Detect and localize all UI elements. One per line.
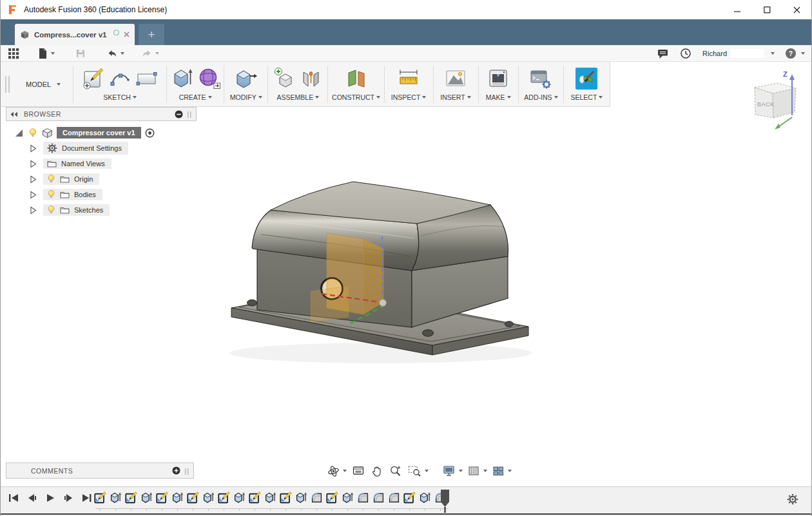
add-comment-icon[interactable] — [172, 466, 180, 475]
collapsed-triangle-icon[interactable] — [29, 175, 37, 184]
timeline-feature-sketch[interactable] — [280, 490, 295, 504]
extrude-icon[interactable] — [170, 66, 195, 91]
timeline-feature-fillet[interactable] — [372, 490, 388, 504]
browser-item-bodies[interactable]: Bodies — [6, 187, 197, 202]
ribbon-group-label[interactable]: ASSEMBLE — [277, 93, 320, 101]
step-back-button[interactable] — [26, 493, 38, 502]
insert-canvas-icon[interactable] — [443, 66, 468, 91]
file-menu-button[interactable] — [37, 48, 55, 59]
timeline-feature-extrude[interactable] — [419, 490, 434, 504]
timeline-settings-gear-icon[interactable] — [787, 493, 798, 505]
browser-root-row[interactable]: Compressor cover v1 — [6, 125, 197, 140]
joint-icon[interactable] — [300, 67, 323, 90]
timeline-feature-extrude[interactable] — [295, 490, 311, 504]
panel-grip-handle[interactable]: || — [184, 467, 189, 475]
ribbon-group-label[interactable]: MAKE — [486, 93, 511, 101]
expanded-triangle-icon[interactable] — [15, 129, 23, 137]
activate-component-icon[interactable] — [145, 128, 155, 138]
new-component-icon[interactable] — [273, 67, 296, 90]
timeline-feature-sketch[interactable] — [218, 490, 233, 504]
ribbon-group-label[interactable]: ADD-INS — [524, 93, 557, 101]
save-button[interactable] — [75, 48, 86, 59]
timeline-feature-extrude[interactable] — [140, 490, 156, 504]
browser-item-sketches[interactable]: Sketches — [6, 202, 197, 218]
user-account-menu[interactable]: Richard — [702, 49, 775, 58]
display-settings-button[interactable] — [440, 463, 465, 479]
zoom-button[interactable] — [387, 463, 405, 479]
ribbon-group-label[interactable]: INSERT — [440, 93, 470, 101]
help-menu[interactable]: ? — [786, 48, 805, 59]
step-forward-button[interactable] — [63, 493, 74, 502]
toolbar-grip-handle[interactable] — [5, 76, 10, 106]
timeline-feature-fillet[interactable] — [388, 490, 403, 504]
timeline-feature-extrude[interactable] — [264, 490, 280, 504]
visibility-bulb-icon[interactable] — [28, 128, 37, 138]
redo-button[interactable] — [141, 48, 159, 59]
model-compressor-cover[interactable] — [220, 161, 542, 367]
press-pull-icon[interactable] — [234, 66, 258, 91]
spline-tool-icon[interactable] — [109, 67, 132, 90]
play-button[interactable] — [44, 493, 56, 502]
data-panel-button[interactable] — [8, 48, 19, 59]
timeline-feature-extrude[interactable] — [171, 490, 187, 504]
timeline-feature-fillet[interactable] — [311, 490, 326, 504]
undo-button[interactable] — [106, 48, 124, 59]
root-component-label[interactable]: Compressor cover v1 — [57, 127, 141, 139]
visibility-bulb-icon[interactable] — [47, 205, 55, 215]
version-history-icon[interactable] — [680, 48, 691, 59]
collapsed-triangle-icon[interactable] — [29, 144, 37, 153]
new-tab-button[interactable]: + — [139, 24, 164, 45]
select-tool-active[interactable] — [575, 68, 597, 90]
fit-button[interactable] — [405, 463, 431, 479]
timeline-feature-fillet[interactable] — [357, 490, 372, 504]
maximize-button[interactable] — [752, 0, 782, 19]
orbit-button[interactable] — [324, 463, 349, 479]
remove-display-icon[interactable] — [175, 110, 183, 119]
ribbon-group-label[interactable]: INSPECT — [391, 93, 427, 101]
ribbon-group-label[interactable]: CONSTRUCT — [332, 93, 380, 101]
scripts-add-ins-icon[interactable] — [528, 66, 553, 91]
timeline-feature-extrude[interactable] — [233, 490, 249, 504]
origin-point[interactable] — [380, 300, 387, 307]
ribbon-group-label[interactable]: SELECT — [571, 93, 603, 101]
pan-button[interactable] — [368, 463, 387, 479]
panel-grip-handle[interactable]: || — [187, 110, 192, 118]
collapsed-triangle-icon[interactable] — [29, 160, 37, 168]
go-to-start-button[interactable] — [8, 493, 20, 502]
create-form-icon[interactable] — [198, 67, 221, 90]
minimize-button[interactable] — [722, 0, 752, 19]
timeline-feature-sketch[interactable] — [326, 490, 342, 504]
browser-item-named-views[interactable]: Named Views — [6, 156, 197, 171]
collapse-panel-icon[interactable] — [10, 111, 19, 117]
browser-item-origin[interactable]: Origin — [6, 171, 197, 187]
close-button[interactable] — [782, 0, 811, 19]
comment-bubble-icon[interactable] — [657, 48, 669, 59]
timeline-feature-sketch[interactable] — [187, 490, 202, 504]
timeline-feature-extrude[interactable] — [342, 490, 357, 504]
view-cube[interactable]: BACK Z — [735, 66, 807, 137]
collapsed-triangle-icon[interactable] — [29, 206, 37, 215]
document-tab[interactable]: Compress...cover v1 — [15, 24, 135, 45]
timeline-position-marker[interactable] — [440, 488, 451, 514]
3d-print-icon[interactable] — [486, 66, 510, 91]
ribbon-group-label[interactable]: CREATE — [179, 93, 212, 101]
timeline-feature-sketch[interactable] — [403, 490, 419, 504]
grid-snaps-button[interactable] — [465, 464, 490, 479]
timeline-feature-sketch[interactable] — [125, 490, 140, 504]
collapsed-triangle-icon[interactable] — [29, 191, 37, 199]
timeline-feature-extrude[interactable] — [110, 490, 125, 504]
browser-header[interactable]: BROWSER || — [6, 107, 197, 121]
sketch-plane[interactable] — [311, 286, 349, 322]
workspace-selector[interactable]: MODEL — [14, 62, 73, 106]
timeline-feature-sketch[interactable] — [156, 490, 171, 504]
comments-panel[interactable]: COMMENTS || — [6, 463, 194, 479]
browser-item-document-settings[interactable]: Document Settings — [6, 140, 197, 156]
go-to-end-button[interactable] — [81, 493, 92, 502]
create-sketch-icon[interactable] — [81, 66, 106, 91]
visibility-bulb-icon[interactable] — [47, 190, 55, 199]
measure-icon[interactable] — [396, 66, 421, 91]
timeline-feature-extrude[interactable] — [202, 490, 218, 504]
viewports-button[interactable] — [490, 464, 514, 479]
look-at-button[interactable] — [349, 463, 368, 479]
construction-plane-icon[interactable] — [344, 66, 369, 91]
